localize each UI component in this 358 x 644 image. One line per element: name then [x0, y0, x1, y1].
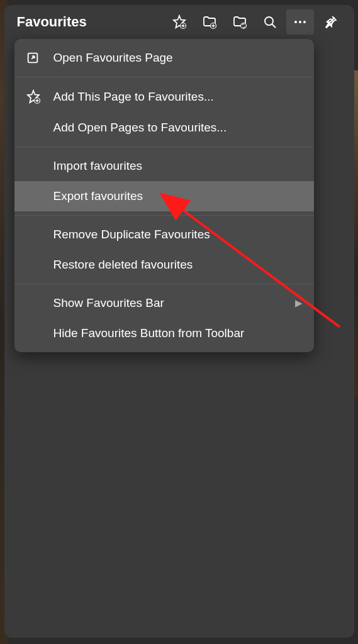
- pin-button[interactable]: [316, 9, 344, 35]
- menu-item-label: Import favourites: [53, 159, 303, 173]
- chevron-right-icon: ▶: [295, 297, 303, 309]
- menu-add-open-pages[interactable]: Add Open Pages to Favourites...: [14, 113, 314, 143]
- star-add-icon: [26, 89, 53, 104]
- menu-item-label: Show Favourites Bar: [53, 296, 303, 310]
- open-page-icon: [26, 51, 53, 65]
- menu-separator: [14, 147, 314, 147]
- more-options-button[interactable]: [286, 9, 314, 35]
- favourites-panel: Favourites: [4, 5, 354, 638]
- folder-add-icon: [202, 14, 217, 30]
- svg-point-9: [303, 21, 306, 23]
- menu-item-label: Restore deleted favourites: [53, 258, 303, 272]
- menu-item-label: Add Open Pages to Favourites...: [53, 121, 303, 135]
- menu-show-favourites-bar[interactable]: Show Favourites Bar ▶: [14, 288, 314, 318]
- svg-point-6: [265, 17, 273, 25]
- menu-export-favourites[interactable]: Export favourites: [14, 181, 314, 211]
- more-options-menu: Open Favourites Page Add This Page to Fa…: [14, 39, 314, 352]
- menu-item-label: Hide Favourites Button from Toolbar: [53, 326, 303, 340]
- add-folder-button[interactable]: [196, 9, 223, 35]
- svg-point-7: [294, 21, 297, 23]
- search-button[interactable]: [256, 9, 284, 35]
- svg-point-8: [299, 21, 301, 23]
- more-horizontal-icon: [293, 14, 308, 30]
- menu-item-label: Export favourites: [53, 189, 303, 203]
- sync-folder-button[interactable]: [226, 9, 254, 35]
- menu-separator: [14, 284, 314, 284]
- menu-separator: [14, 77, 314, 77]
- menu-item-label: Add This Page to Favourites...: [53, 90, 303, 104]
- header-toolbar: [165, 9, 344, 35]
- menu-import-favourites[interactable]: Import favourites: [14, 151, 314, 181]
- menu-separator: [14, 215, 314, 216]
- menu-remove-duplicates[interactable]: Remove Duplicate Favourites: [14, 219, 314, 250]
- panel-header: Favourites: [4, 5, 354, 40]
- pin-icon: [323, 14, 338, 30]
- menu-open-favourites-page[interactable]: Open Favourites Page: [14, 43, 314, 73]
- menu-restore-deleted[interactable]: Restore deleted favourites: [14, 250, 314, 280]
- add-favourite-button[interactable]: [165, 9, 193, 35]
- menu-add-this-page[interactable]: Add This Page to Favourites...: [14, 81, 314, 113]
- menu-item-label: Open Favourites Page: [53, 51, 303, 65]
- menu-hide-favourites-button[interactable]: Hide Favourites Button from Toolbar: [14, 318, 314, 348]
- search-icon: [262, 14, 277, 30]
- menu-item-label: Remove Duplicate Favourites: [53, 228, 303, 242]
- star-add-icon: [172, 14, 187, 30]
- folder-sync-icon: [232, 14, 247, 30]
- panel-title: Favourites: [17, 14, 165, 30]
